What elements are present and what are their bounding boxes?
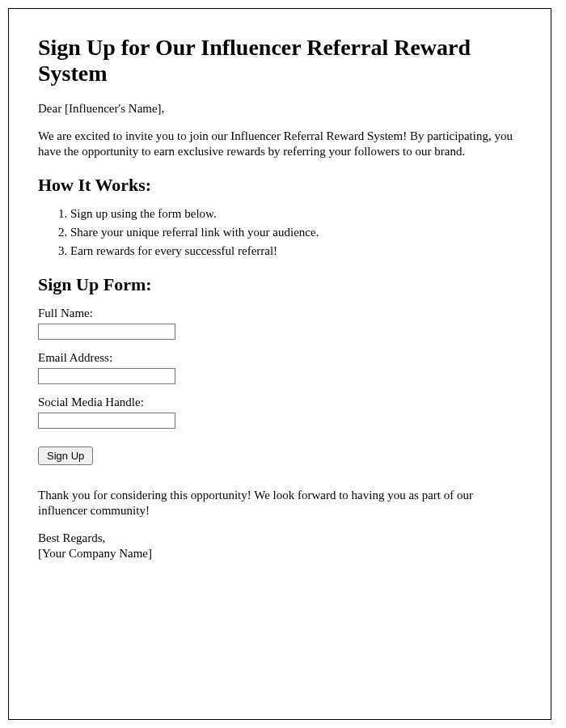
closing-block: Best Regards, [Your Company Name] [38,531,522,562]
social-group: Social Media Handle: [38,396,522,429]
document-frame: Sign Up for Our Influencer Referral Rewa… [8,8,551,720]
full-name-input[interactable] [38,324,175,340]
social-input[interactable] [38,413,175,429]
how-it-works-steps: Sign up using the form below. Share your… [38,205,522,260]
email-group: Email Address: [38,351,522,384]
closing-regards: Best Regards, [38,531,105,544]
social-label: Social Media Handle: [38,396,522,409]
full-name-label: Full Name: [38,307,522,320]
how-it-works-heading: How It Works: [38,175,522,196]
email-input[interactable] [38,368,175,384]
email-label: Email Address: [38,351,522,365]
step-item: Earn rewards for every successful referr… [70,243,522,260]
page-title: Sign Up for Our Influencer Referral Rewa… [38,35,522,87]
thank-you-text: Thank you for considering this opportuni… [38,488,522,519]
full-name-group: Full Name: [38,307,522,340]
closing-company: [Your Company Name] [38,547,152,560]
step-item: Share your unique referral link with you… [70,224,522,241]
intro-paragraph: We are excited to invite you to join our… [38,129,522,160]
step-item: Sign up using the form below. [70,205,522,222]
signup-form-heading: Sign Up Form: [38,274,522,295]
greeting-text: Dear [Influencer's Name], [38,101,522,117]
signup-button[interactable]: Sign Up [38,447,93,465]
